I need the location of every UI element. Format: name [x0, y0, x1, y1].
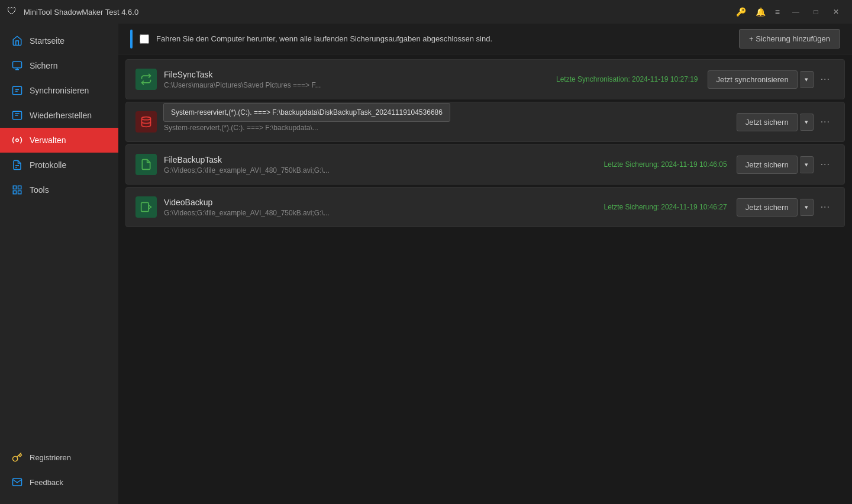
task-action-btn-filebackup[interactable]: Jetzt sichern [737, 156, 798, 174]
sidebar-label-tools: Tools [30, 185, 49, 195]
shutdown-checkbox[interactable] [140, 34, 149, 44]
task-item-videobackup: VideoBackup G:\Videos;G:\file_example_AV… [125, 187, 845, 227]
svg-rect-8 [18, 191, 21, 194]
task-name-filebackup: FileBackupTask [164, 155, 595, 164]
svg-rect-6 [13, 186, 16, 189]
task-path-diskbackup: System-reserviert,(*).(C:). ===> F:\back… [164, 124, 460, 132]
task-last-filebackup: Letzte Sicherung: 2024-11-19 10:46:05 [604, 160, 727, 169]
topbar-text: Fahren Sie den Computer herunter, wenn a… [156, 34, 732, 43]
sidebar-label-verwalten: Verwalten [30, 135, 66, 145]
task-icon-disk [135, 111, 157, 133]
svg-rect-1 [13, 86, 22, 95]
task-actions-videobackup: Jetzt sichern ▾ ··· [737, 198, 835, 217]
sidebar-item-feedback[interactable]: Feedback [0, 470, 118, 495]
task-info-filesync: FileSyncTask C:\Users\maura\Pictures\Sav… [164, 70, 547, 89]
sidebar-item-tools[interactable]: Tools [0, 177, 118, 202]
task-more-filesync[interactable]: ··· [816, 70, 835, 89]
task-item-diskbackup: DiskBackupTask System-reserviert,(*).(C:… [125, 102, 845, 142]
task-icon-file [135, 154, 157, 175]
svg-point-3 [16, 139, 19, 142]
sidebar-item-sichern[interactable]: Sichern [0, 53, 118, 78]
sidebar-item-registrieren[interactable]: Registrieren [0, 445, 118, 470]
backup-icon [12, 60, 22, 71]
task-icon-sync [135, 69, 157, 90]
task-last-filesync: Letzte Synchronisation: 2024-11-19 10:27… [556, 75, 698, 83]
task-dropdown-videobackup[interactable]: ▾ [800, 199, 814, 216]
sidebar-item-wiederherstellen[interactable]: Wiederherstellen [0, 103, 118, 128]
sidebar-label-synchronisieren: Synchronisieren [30, 86, 89, 95]
sidebar-label-sichern: Sichern [30, 61, 57, 70]
manage-icon [12, 135, 22, 146]
svg-rect-0 [13, 62, 22, 68]
sidebar-nav: Startseite Sichern Syn [0, 24, 118, 445]
task-path-videobackup: G:\Videos;G:\file_example_AVI_480_750kB.… [164, 209, 460, 217]
tools-icon [12, 185, 22, 195]
task-actions-filesync: Jetzt synchronisieren ▾ ··· [708, 70, 835, 89]
task-last-videobackup: Letzte Sicherung: 2024-11-19 10:46:27 [604, 203, 727, 211]
task-action-btn-diskbackup[interactable]: Jetzt sichern [737, 113, 798, 131]
window-controls: — □ ✕ [787, 3, 845, 21]
topbar-indicator [130, 30, 133, 49]
task-list: FileSyncTask C:\Users\maura\Pictures\Sav… [118, 54, 852, 504]
task-icon-video [135, 196, 157, 218]
task-item-filebackup: FileBackupTask G:\Videos;G:\file_example… [125, 144, 845, 185]
svg-rect-7 [18, 186, 21, 189]
task-info-filebackup: FileBackupTask G:\Videos;G:\file_example… [164, 155, 595, 175]
sidebar-label-registrieren: Registrieren [30, 453, 71, 462]
task-more-diskbackup[interactable]: ··· [816, 112, 835, 131]
sidebar-label-protokolle: Protokolle [30, 160, 66, 170]
titlebar: 🛡 MiniTool ShadowMaker Test 4.6.0 🔑 🔔 ≡ … [0, 0, 852, 24]
task-action-btn-videobackup[interactable]: Jetzt sichern [737, 198, 798, 217]
app-logo: 🛡 [7, 6, 19, 18]
menu-icon[interactable]: ≡ [775, 7, 780, 17]
task-name-filesync: FileSyncTask [164, 70, 547, 79]
task-name-diskbackup: DiskBackupTask [164, 112, 718, 122]
key-reg-icon [12, 452, 22, 463]
task-dropdown-filesync[interactable]: ▾ [800, 71, 814, 88]
sidebar-label-wiederherstellen: Wiederherstellen [30, 111, 92, 120]
task-dropdown-diskbackup[interactable]: ▾ [800, 114, 814, 131]
minimize-button[interactable]: — [787, 3, 805, 21]
task-dropdown-filebackup[interactable]: ▾ [800, 156, 814, 173]
key-icon[interactable]: 🔑 [736, 7, 746, 17]
sidebar-item-protokolle[interactable]: Protokolle [0, 153, 118, 177]
sidebar: Startseite Sichern Syn [0, 24, 118, 504]
main-layout: Startseite Sichern Syn [0, 24, 852, 504]
restore-icon [12, 110, 22, 121]
topbar: Fahren Sie den Computer herunter, wenn a… [118, 24, 852, 54]
titlebar-icons: 🔑 🔔 ≡ [736, 7, 780, 17]
task-more-filebackup[interactable]: ··· [816, 155, 835, 174]
task-item-filesync: FileSyncTask C:\Users\maura\Pictures\Sav… [125, 59, 845, 99]
log-icon [12, 160, 22, 170]
task-path-filebackup: G:\Videos;G:\file_example_AVI_480_750kB.… [164, 166, 460, 175]
sidebar-bottom: Registrieren Feedback [0, 445, 118, 504]
task-more-videobackup[interactable]: ··· [816, 198, 835, 217]
task-action-btn-filesync[interactable]: Jetzt synchronisieren [708, 70, 798, 89]
svg-point-10 [142, 117, 151, 120]
sidebar-item-startseite[interactable]: Startseite [0, 28, 118, 53]
task-path-filesync: C:\Users\maura\Pictures\Saved Pictures =… [164, 81, 460, 89]
svg-rect-9 [13, 191, 16, 194]
home-icon [12, 35, 22, 46]
sync-icon [12, 85, 22, 96]
add-backup-button[interactable]: + Sicherung hinzufügen [739, 29, 840, 49]
svg-rect-11 [141, 203, 149, 212]
task-actions-diskbackup: Jetzt sichern ▾ ··· [737, 112, 835, 131]
bell-icon[interactable]: 🔔 [756, 7, 766, 17]
sidebar-item-verwalten[interactable]: Verwalten [0, 128, 118, 153]
maximize-button[interactable]: □ [807, 3, 825, 21]
content-area: Fahren Sie den Computer herunter, wenn a… [118, 24, 852, 504]
svg-marker-12 [149, 205, 151, 209]
task-info-videobackup: VideoBackup G:\Videos;G:\file_example_AV… [164, 198, 595, 217]
sidebar-label-feedback: Feedback [30, 478, 63, 487]
close-button[interactable]: ✕ [827, 3, 845, 21]
app-title: MiniTool ShadowMaker Test 4.6.0 [24, 8, 736, 17]
task-name-videobackup: VideoBackup [164, 198, 595, 207]
mail-icon [12, 477, 22, 487]
task-info-diskbackup: DiskBackupTask System-reserviert,(*).(C:… [164, 112, 718, 132]
task-actions-filebackup: Jetzt sichern ▾ ··· [737, 155, 835, 174]
sidebar-label-startseite: Startseite [30, 36, 64, 46]
sidebar-item-synchronisieren[interactable]: Synchronisieren [0, 78, 118, 103]
